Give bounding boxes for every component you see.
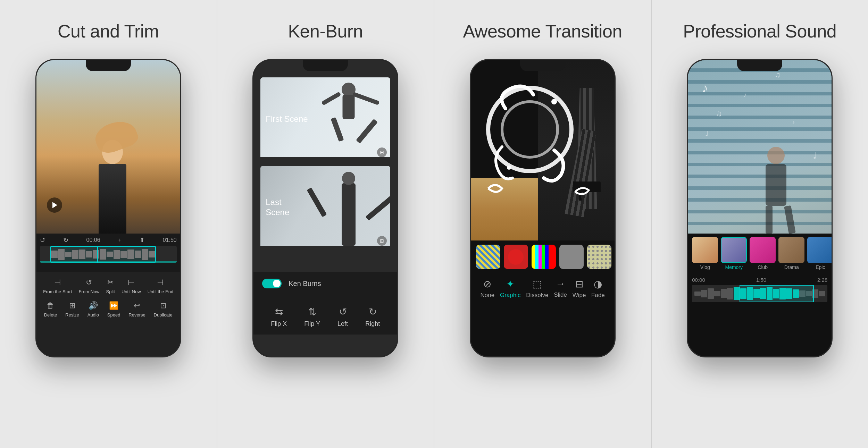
phone-notch-2: [303, 60, 348, 71]
timeline-undo[interactable]: ↺: [40, 236, 45, 244]
flip-x-label: Flip X: [271, 320, 287, 328]
btn-transition-graphic[interactable]: ✦ Graphic: [500, 278, 521, 299]
panel-ken-burn: Ken-Burn: [217, 0, 435, 448]
memory-thumbnail: [721, 237, 747, 263]
epic-thumbnail: [807, 237, 832, 263]
btn-rotate-right[interactable]: ↻ Right: [365, 306, 380, 328]
sound-preview: ♪ ♫ ♩ ♪ ♫ ♪ ♩: [688, 60, 832, 234]
music-note-1: ♪: [702, 81, 708, 95]
btn-split[interactable]: ✂ Split: [106, 278, 115, 294]
none-icon: ⊘: [483, 278, 491, 290]
btn-transition-dissolve[interactable]: ⬚ Dissolve: [526, 278, 548, 299]
svg-point-3: [507, 166, 511, 170]
btn-until-end[interactable]: ⊣ Until the End: [148, 278, 173, 294]
waveform-visual: [51, 248, 155, 261]
rotate-left-icon: ↺: [339, 306, 347, 318]
btn-duplicate[interactable]: ⊡ Duplicate: [154, 301, 173, 318]
filter-gray[interactable]: [559, 245, 584, 269]
none-label: None: [481, 292, 495, 299]
until-now-icon: ⊢: [128, 278, 134, 287]
panel1-title: Cut and Trim: [58, 21, 159, 42]
until-end-label: Until the End: [148, 289, 173, 294]
timeline-time1: 00:06: [86, 237, 100, 243]
phone-screen-1: ↺ ↻ 00:06 + ⬆ 01:50: [36, 60, 180, 356]
time-end: 2:28: [817, 277, 827, 283]
btn-transition-none[interactable]: ⊘ None: [481, 278, 495, 299]
graphic-icon: ✦: [506, 278, 514, 290]
btn-from-start[interactable]: ⊣ From the Start: [43, 278, 72, 294]
panel2-title: Ken-Burn: [288, 21, 363, 42]
music-category-drama[interactable]: Drama: [778, 237, 804, 270]
video-preview: [36, 60, 180, 234]
time-mid: 1:50: [756, 277, 766, 283]
main-container: Cut and Trim: [0, 0, 868, 448]
btn-speed[interactable]: ⏩ Speed: [107, 301, 120, 318]
music-category-epic[interactable]: Epic: [807, 237, 832, 270]
panel3-title: Awesome Transition: [463, 21, 622, 42]
flip-x-icon: ⇆: [275, 306, 283, 318]
reverse-icon: ↩: [134, 301, 140, 310]
btn-transition-wipe[interactable]: ⊟ Wipe: [573, 278, 586, 299]
clip-duration: 0:14: [93, 262, 102, 263]
btn-from-now[interactable]: ↺ From Now: [78, 278, 99, 294]
rotate-right-icon: ↻: [369, 306, 377, 318]
first-scene-label: First Scene: [266, 114, 308, 124]
slide-icon: →: [556, 278, 565, 289]
btn-rotate-left[interactable]: ↺ Left: [337, 306, 348, 328]
btn-delete[interactable]: 🗑 Delete: [44, 301, 57, 318]
until-now-label: Until Now: [122, 289, 141, 294]
timeline-plus[interactable]: +: [118, 237, 122, 243]
last-scene-card: LastScene ⊞: [260, 166, 390, 249]
from-now-icon: ↺: [86, 278, 92, 287]
music-category-memory[interactable]: Memory: [721, 237, 747, 270]
play-button[interactable]: [47, 197, 62, 213]
btn-audio[interactable]: 🔊 Audio: [87, 301, 99, 318]
timeline-area: ↺ ↻ 00:06 + ⬆ 01:50: [36, 234, 180, 272]
sound-waveform[interactable]: [692, 285, 827, 302]
speed-label: Speed: [107, 312, 120, 318]
delete-label: Delete: [44, 312, 57, 318]
timeline-export[interactable]: ⬆: [140, 236, 145, 244]
timeline-redo[interactable]: ↻: [63, 236, 68, 244]
ken-burns-toggle[interactable]: [262, 279, 282, 288]
last-scene-label: LastScene: [266, 197, 289, 218]
split-label: Split: [106, 289, 115, 294]
phone-frame-1: ↺ ↻ 00:06 + ⬆ 01:50: [35, 59, 181, 357]
resize-label: Resize: [65, 312, 79, 318]
fade-label: Fade: [591, 292, 605, 299]
btn-reverse[interactable]: ↩ Reverse: [128, 301, 145, 318]
btn-until-now[interactable]: ⊢ Until Now: [122, 278, 141, 294]
duplicate-icon: ⊡: [160, 301, 166, 310]
timeline-time2: 01:50: [163, 237, 177, 243]
filter-dots[interactable]: [587, 245, 611, 269]
swirl-overlay: [478, 67, 603, 206]
club-label: Club: [758, 264, 768, 270]
drama-thumbnail: [778, 237, 804, 263]
music-category-vlog[interactable]: Vlog: [692, 237, 718, 270]
music-notes: ♪ ♫ ♩ ♪ ♫ ♪ ♩: [688, 60, 832, 234]
ken-burn-controls: Ken Burns ⇆ Flip X ⇅ Flip Y ↺: [253, 272, 397, 335]
btn-resize[interactable]: ⊞ Resize: [65, 301, 79, 318]
btn-flip-y[interactable]: ⇅ Flip Y: [304, 306, 320, 328]
panel-sound: Professional Sound ♪: [652, 0, 868, 448]
btn-transition-fade[interactable]: ◑ Fade: [591, 278, 605, 299]
svg-point-1: [502, 102, 558, 157]
rotate-right-label: Right: [365, 320, 380, 328]
toggle-label: Ken Burns: [289, 280, 321, 288]
phone-screen-2: First Scene ⊞: [253, 60, 397, 356]
filter-yellow-stripe[interactable]: [476, 245, 500, 269]
timeline-controls-top: ↺ ↻ 00:06 + ⬆ 01:50: [40, 236, 177, 244]
rotate-left-label: Left: [337, 320, 348, 328]
filter-thumbnail-row: [471, 240, 615, 273]
music-category-club[interactable]: Club: [750, 237, 776, 270]
music-note-6: ♪: [792, 119, 795, 125]
filter-red-circle[interactable]: [504, 245, 528, 269]
graphic-label: Graphic: [500, 292, 521, 299]
btn-transition-slide[interactable]: → Slide: [554, 278, 567, 299]
timeline-track[interactable]: 0:14: [40, 246, 177, 263]
dissolve-icon: ⬚: [533, 278, 542, 290]
btn-flip-x[interactable]: ⇆ Flip X: [271, 306, 287, 328]
panel4-title: Professional Sound: [683, 21, 836, 42]
filter-color-bars[interactable]: [532, 245, 556, 269]
music-note-5: ♫: [775, 70, 781, 79]
